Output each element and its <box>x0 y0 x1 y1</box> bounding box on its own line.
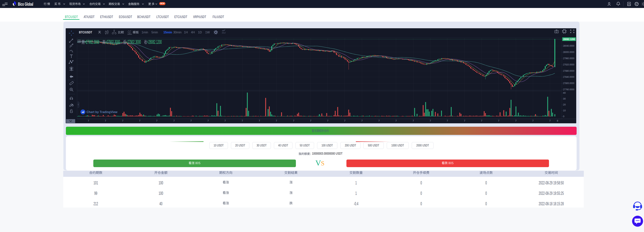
svg-text:7: 7 <box>412 119 414 122</box>
svg-text:15min: 15min <box>163 31 172 34</box>
svg-text:27840.0000: 27840.0000 <box>563 75 574 78</box>
svg-text:27920.0000: 27920.0000 <box>563 63 574 66</box>
svg-text:7: 7 <box>293 119 294 122</box>
svg-text:30min: 30min <box>173 31 182 34</box>
svg-text:7: 7 <box>446 119 448 122</box>
svg-text:7: 7 <box>498 119 499 122</box>
svg-text:7: 7 <box>190 119 192 122</box>
svg-text:7: 7 <box>156 119 157 122</box>
svg-text:7: 7 <box>276 119 277 122</box>
svg-text:10: 10 <box>563 109 566 112</box>
svg-text:30: 30 <box>563 97 566 100</box>
svg-text:1D: 1D <box>198 31 202 34</box>
svg-text:7: 7 <box>515 119 516 122</box>
svg-text:28082.1200: 28082.1200 <box>563 38 575 41</box>
svg-text:7: 7 <box>258 119 260 122</box>
svg-text:7: 7 <box>242 119 243 122</box>
svg-text:0: 0 <box>563 115 564 118</box>
svg-text:BTC/USDT: BTC/USDT <box>79 31 92 34</box>
svg-text:7: 7 <box>549 119 550 122</box>
svg-text:7: 7 <box>481 119 482 122</box>
svg-text:7: 7 <box>173 119 174 122</box>
svg-text:=28082.1200: =28082.1200 <box>147 39 162 45</box>
svg-text:=27902.3000: =27902.3000 <box>84 39 100 45</box>
svg-text:7: 7 <box>207 119 208 122</box>
svg-text:7: 7 <box>532 119 534 122</box>
svg-text:1H: 1H <box>184 31 188 34</box>
svg-text:7: 7 <box>327 119 328 122</box>
svg-text:7: 7 <box>430 119 431 122</box>
svg-text:4H: 4H <box>191 31 195 34</box>
svg-text:7: 7 <box>464 119 465 122</box>
svg-text:Chart by TradingView: Chart by TradingView <box>86 110 118 114</box>
svg-text:7: 7 <box>395 119 396 122</box>
svg-text:7: 7 <box>361 119 362 122</box>
svg-text:28000.0000: 28000.0000 <box>563 51 574 54</box>
svg-text:27960.0000: 27960.0000 <box>563 57 574 60</box>
svg-text:40: 40 <box>563 91 566 94</box>
svg-text:7: 7 <box>122 119 123 122</box>
svg-text:1min: 1min <box>142 31 148 34</box>
svg-text:7: 7 <box>378 119 380 122</box>
svg-text:27800.0000: 27800.0000 <box>563 82 574 85</box>
svg-text:7: 7 <box>344 119 345 122</box>
svg-text:7: 7 <box>310 119 311 122</box>
svg-text:7: 7 <box>139 119 140 122</box>
svg-text:5min: 5min <box>152 31 158 34</box>
svg-text:27760.0000: 27760.0000 <box>563 88 574 91</box>
svg-text:=27902.3000: =27902.3000 <box>106 39 120 45</box>
svg-text:1W: 1W <box>205 31 210 34</box>
svg-text:7: 7 <box>224 119 226 122</box>
svg-text:=27902.3000: =27902.3000 <box>126 39 141 45</box>
svg-text:8: 8 <box>557 119 558 122</box>
svg-text:20: 20 <box>563 103 566 106</box>
svg-text:27880.0000: 27880.0000 <box>563 69 574 72</box>
svg-text:28040.0000: 28040.0000 <box>563 44 574 47</box>
svg-text:7: 7 <box>105 119 106 122</box>
svg-text:7: 7 <box>88 119 89 122</box>
